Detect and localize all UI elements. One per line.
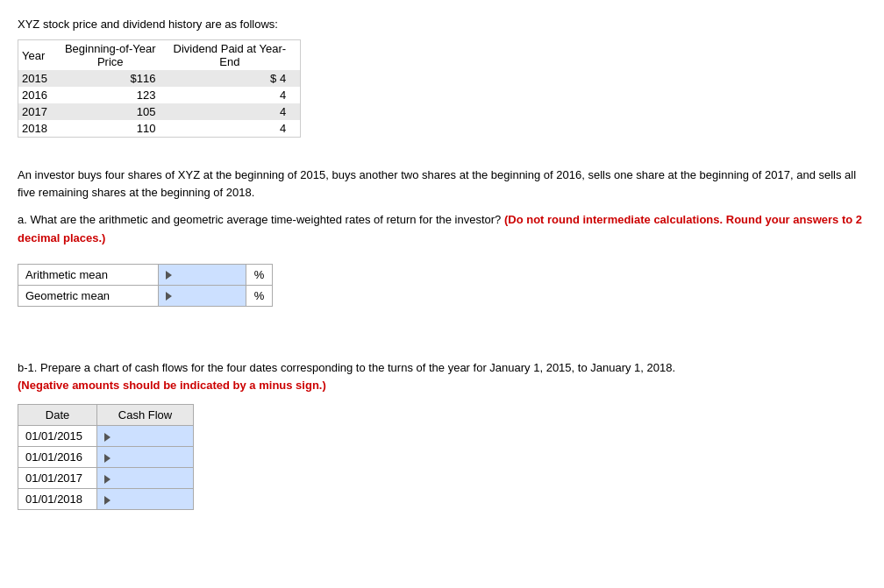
cashflow-date: 01/01/2017 bbox=[18, 468, 97, 489]
stock-price: 105 bbox=[61, 103, 170, 120]
mean-input[interactable] bbox=[159, 285, 246, 306]
mean-table-row: Arithmetic mean % bbox=[18, 264, 273, 285]
question-b1-bold: (Negative amounts should be indicated by… bbox=[18, 379, 326, 392]
stock-dividend: 4 bbox=[170, 103, 301, 120]
stock-year: 2018 bbox=[18, 120, 61, 138]
stock-table-row: 2017 105 4 bbox=[18, 103, 301, 120]
col-cashflow-header: Cash Flow bbox=[97, 405, 194, 426]
stock-year: 2017 bbox=[18, 103, 61, 120]
stock-price: 123 bbox=[61, 87, 170, 103]
intro-label: XYZ stock price and dividend history are… bbox=[18, 18, 278, 31]
narrative-content: An investor buys four shares of XYZ at t… bbox=[18, 168, 856, 199]
stock-dividend: 4 bbox=[170, 120, 301, 138]
stock-price-table: Year Beginning-of-YearPrice Dividend Pai… bbox=[18, 39, 301, 138]
mean-input[interactable] bbox=[159, 264, 246, 285]
stock-dividend: $ 4 bbox=[170, 70, 301, 87]
cashflow-date: 01/01/2015 bbox=[18, 426, 97, 447]
col-price-header: Beginning-of-YearPrice bbox=[61, 40, 170, 71]
mean-unit: % bbox=[246, 285, 273, 306]
mean-answer-table: Arithmetic mean % Geometric mean % bbox=[18, 260, 273, 307]
intro-text: XYZ stock price and dividend history are… bbox=[18, 18, 866, 31]
question-a-text: a. What are the arithmetic and geometric… bbox=[18, 211, 866, 248]
stock-year: 2016 bbox=[18, 87, 61, 103]
cashflow-date: 01/01/2016 bbox=[18, 447, 97, 468]
stock-dividend: 4 bbox=[170, 87, 301, 103]
stock-table-row: 2015 $116 $ 4 bbox=[18, 70, 301, 87]
question-b1-prefix: b-1. Prepare a chart of cash flows for t… bbox=[18, 361, 675, 374]
cashflow-value[interactable] bbox=[97, 468, 194, 489]
cashflow-value[interactable] bbox=[97, 426, 194, 447]
stock-price: 110 bbox=[61, 120, 170, 138]
question-b1-text: b-1. Prepare a chart of cash flows for t… bbox=[18, 359, 866, 396]
narrative-text: An investor buys four shares of XYZ at t… bbox=[18, 166, 866, 201]
col-dividend-header: Dividend Paid at Year-End bbox=[170, 40, 301, 71]
cashflow-value[interactable] bbox=[97, 489, 194, 510]
cashflow-value[interactable] bbox=[97, 447, 194, 468]
cashflow-table-row: 01/01/2017 bbox=[18, 468, 194, 489]
stock-price: $116 bbox=[61, 70, 170, 87]
stock-table-row: 2018 110 4 bbox=[18, 120, 301, 138]
cashflow-table-row: 01/01/2015 bbox=[18, 426, 194, 447]
mean-unit: % bbox=[246, 264, 273, 285]
question-a-prefix: a. What are the arithmetic and geometric… bbox=[18, 213, 504, 226]
mean-table-row: Geometric mean % bbox=[18, 285, 273, 306]
cashflow-table: Date Cash Flow 01/01/2015 01/01/2016 01/… bbox=[18, 404, 194, 510]
cashflow-table-row: 01/01/2016 bbox=[18, 447, 194, 468]
mean-label: Arithmetic mean bbox=[18, 264, 159, 285]
mean-label: Geometric mean bbox=[18, 285, 159, 306]
cashflow-table-row: 01/01/2018 bbox=[18, 489, 194, 510]
col-date-header: Date bbox=[18, 405, 97, 426]
col-year-header: Year bbox=[18, 40, 61, 71]
cashflow-date: 01/01/2018 bbox=[18, 489, 97, 510]
stock-table-row: 2016 123 4 bbox=[18, 87, 301, 103]
stock-year: 2015 bbox=[18, 70, 61, 87]
